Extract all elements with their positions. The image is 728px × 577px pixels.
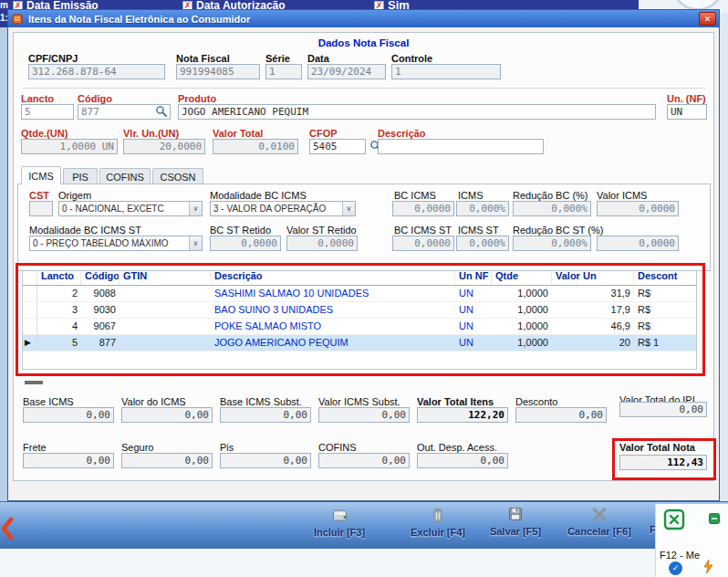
table-row[interactable]: 39030BAO SUINO 3 UNIDADESUN1,000017,9R$ <box>23 302 696 319</box>
origem-label: Origem <box>58 190 91 201</box>
table-row[interactable]: ▶5877JOGO AMERICANO PEQUIMUN1,000020R$ 1 <box>23 335 696 351</box>
incluir-button-label: Incluir [F3] <box>314 527 365 538</box>
nota-fiscal-field[interactable]: 991994085 <box>176 64 260 79</box>
table-cell: 9088 <box>81 286 120 301</box>
valor-do-icms-field[interactable]: 0,00 <box>121 407 213 423</box>
produto-label: Produto <box>178 93 216 104</box>
table-cell: 1,0000 <box>492 319 552 334</box>
tab-icms[interactable]: ICMS <box>21 166 61 184</box>
cst-field[interactable] <box>29 201 53 216</box>
base-icms-subst-field[interactable]: 0,00 <box>220 407 311 423</box>
table-cell: UN <box>455 319 492 334</box>
desconto-field[interactable]: 0,00 <box>515 407 607 423</box>
cancelar-button[interactable]: Cancelar [F6] <box>561 508 638 537</box>
vlr-un-label: Vlr. Un.(UN) <box>123 128 179 139</box>
lancto-field[interactable]: 5 <box>21 104 74 120</box>
bc-st-retido-field[interactable]: 0,0000 <box>210 236 281 251</box>
icms-st-field[interactable]: 0,000% <box>456 236 509 251</box>
nota-fiscal-label: Nota Fiscal <box>176 53 230 64</box>
valor-icms-subst-field[interactable]: 0,00 <box>318 407 410 423</box>
table-cell: 31,9 <box>552 286 634 301</box>
tab-csosn[interactable]: CSOSN <box>152 168 203 184</box>
excluir-button-label: Excluir [F4] <box>411 527 465 538</box>
save-disk-icon <box>508 507 523 525</box>
valor-total-nota-label: Valor Total Nota <box>619 442 695 453</box>
table-cell: UN <box>455 335 492 351</box>
blue-check-icon[interactable]: ✓ <box>669 561 682 575</box>
base-icms-field[interactable]: 0,00 <box>23 407 114 423</box>
cancel-x-icon <box>591 508 608 525</box>
valor-total-field[interactable]: 0,0100 <box>213 139 298 154</box>
reducao-bc-field[interactable]: 0,000% <box>513 201 591 216</box>
tab-cofins[interactable]: COFINS <box>99 168 151 184</box>
valor-icms-field[interactable]: 0,0000 <box>597 201 679 216</box>
origem-value: 0 - NACIONAL, EXCETC <box>62 203 187 215</box>
un-nf-field[interactable]: UN <box>667 104 707 120</box>
controle-field[interactable]: 1 <box>391 64 501 79</box>
valor-total-nota-field[interactable]: 112,43 <box>619 455 707 470</box>
table-cell: 9067 <box>81 319 120 334</box>
modalidade-bc-value: 3 - VALOR DA OPERAÇÃO <box>213 203 340 215</box>
valor-do-icms-label: Valor do ICMS <box>121 396 186 407</box>
small-green-icon[interactable] <box>709 511 720 528</box>
frete-field[interactable]: 0,00 <box>23 453 114 468</box>
descricao-field[interactable] <box>378 139 544 154</box>
table-cell <box>120 335 211 351</box>
cofins-label: COFINS <box>318 442 357 453</box>
desconto-label: Desconto <box>515 396 557 407</box>
codigo-search-icon[interactable] <box>155 105 169 119</box>
table-cell: UN <box>455 286 492 301</box>
seguro-field[interactable]: 0,00 <box>121 453 213 468</box>
table-cell: 9030 <box>81 302 120 318</box>
data-field[interactable]: 23/09/2024 <box>307 64 386 79</box>
cofins-field[interactable]: 0,00 <box>318 453 410 468</box>
items-grid[interactable]: LanctoCódigoGTINDescriçãoUn NFQtdeValor … <box>22 268 697 370</box>
vlr-un-field[interactable]: 20,0000 <box>123 139 205 154</box>
valor-st-retido-field[interactable]: 0,0000 <box>286 236 358 251</box>
table-cell: UN <box>455 302 492 318</box>
salvar-button[interactable]: Salvar [F5] <box>477 507 554 537</box>
cpf-field[interactable]: 312.268.878-64 <box>28 64 165 79</box>
qtde-field[interactable]: 1,0000 UN <box>21 139 118 154</box>
horizontal-scrollbar-thumb[interactable] <box>25 381 43 384</box>
excluir-button[interactable]: Excluir [F4] <box>400 507 476 538</box>
bc-icms-st-field[interactable]: 0,0000 <box>392 236 454 251</box>
orange-bolt-icon[interactable] <box>702 559 715 577</box>
modalidade-bc-st-select[interactable]: 0 - PREÇO TABELADO MÁXIMO ∨ <box>29 236 203 251</box>
valor-total-itens-field[interactable]: 122,20 <box>417 407 508 423</box>
produto-field[interactable]: JOGO AMERICANO PEQUIM <box>178 104 656 120</box>
dialog-title: Itens da Nota Fiscal Eletrônica ao Consu… <box>28 14 250 25</box>
cst-label: CST <box>29 190 49 201</box>
bc-icms-field[interactable]: 0,0000 <box>392 201 454 216</box>
origem-select[interactable]: 0 - NACIONAL, EXCETC ∨ <box>58 201 203 216</box>
scroll-left-chevron-icon[interactable] <box>0 517 14 544</box>
un-nf-label: Un. (NF) <box>667 93 706 104</box>
chevron-down-icon: ∨ <box>189 236 202 250</box>
reducao-bc-st-field[interactable]: 0,000% <box>513 236 591 251</box>
qtde-label: Qtde.(UN) <box>21 128 68 139</box>
table-cell: R$ <box>634 302 697 318</box>
valor-total-ipi-field[interactable]: 0,00 <box>619 402 707 417</box>
f12-menu-label: F12 - Me <box>660 550 700 561</box>
incluir-button[interactable]: Incluir [F3] <box>301 508 378 538</box>
valor-icms-st-field[interactable]: 0,0000 <box>597 236 679 251</box>
green-app-icon[interactable] <box>663 509 685 534</box>
table-row[interactable]: 49067POKE SALMAO MISTOUN1,000046,9R$ <box>23 319 696 335</box>
lancto-label: Lancto <box>21 93 54 104</box>
icms-field[interactable]: 0,000% <box>456 201 509 216</box>
parent-bottom-margin <box>0 549 728 577</box>
controle-label: Controle <box>391 53 432 64</box>
dialog-title-bar[interactable]: Itens da Nota Fiscal Eletrônica ao Consu… <box>8 10 719 27</box>
cfop-field[interactable]: 5405 <box>309 139 366 154</box>
close-button[interactable]: ✕ <box>699 12 716 26</box>
modalidade-bc-select[interactable]: 3 - VALOR DA OPERAÇÃO ∨ <box>210 201 356 216</box>
serie-field[interactable]: 1 <box>265 64 302 79</box>
tab-pis[interactable]: PIS <box>63 168 98 184</box>
pis-field[interactable]: 0,00 <box>220 453 311 468</box>
valor-total-itens-label: Valor Total Itens <box>417 396 494 407</box>
table-cell: R$ 1 <box>634 335 697 351</box>
table-row[interactable]: 29088SASHIMI SALMAO 10 UNIDADESUN1,00003… <box>23 286 696 302</box>
parent-right-margin <box>720 13 728 501</box>
icms-label: ICMS <box>458 190 484 201</box>
outras-despesas-field[interactable]: 0,00 <box>417 453 508 468</box>
